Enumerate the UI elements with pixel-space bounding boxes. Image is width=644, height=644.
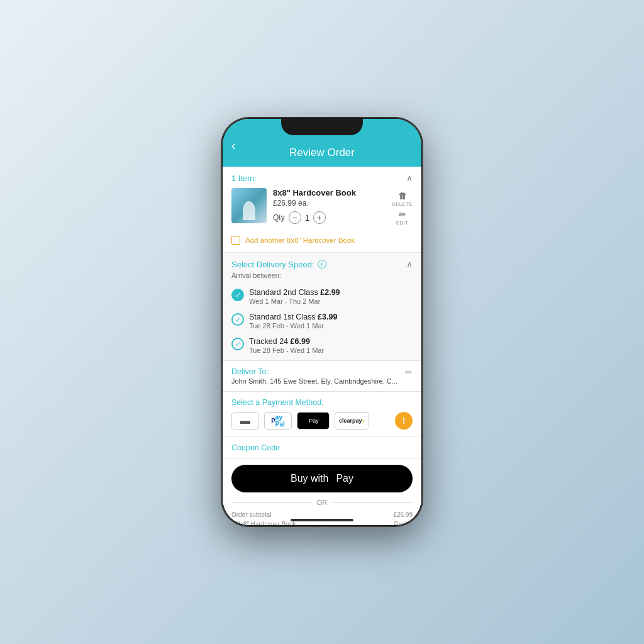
delivery-header: Select Delivery Speed: i ∧: [223, 253, 421, 272]
paypal-logo-2: ayPal: [275, 414, 285, 428]
clearpay-label: clearpay: [339, 418, 362, 424]
delivery-title-row: Select Delivery Speed: i: [231, 260, 326, 269]
info-icon[interactable]: i: [318, 260, 326, 269]
delivery-option-2-name: Standard 1st Class £3.99: [249, 313, 413, 321]
clearpay-arrow-icon: ›: [362, 416, 365, 425]
apple-pay-pay-text: Pay: [336, 473, 353, 484]
radio-check-icon-3: ✓: [235, 340, 241, 348]
order-item: 8x8" Hardcover Book £26.99 ea. Qty − 1 +: [223, 188, 421, 232]
qty-label: Qty: [273, 213, 285, 222]
add-another-checkbox[interactable]: [231, 236, 240, 245]
phone-device: ‹ Review Order 1 Item: ∧: [221, 118, 423, 526]
arrival-text: Arrival between:: [223, 272, 421, 284]
delivery-option-3-date: Tue 28 Feb - Wed 1 Mar: [249, 347, 413, 354]
payment-title: Select a Payment Method:: [231, 398, 413, 407]
item-details: 8x8" Hardcover Book £26.99 ea. Qty − 1 +: [273, 188, 386, 224]
phone-screen: ‹ Review Order 1 Item: ∧: [223, 119, 421, 525]
order-summary-price1: £26.99: [393, 511, 413, 518]
or-line-left: [231, 502, 312, 503]
payment-warning-icon[interactable]: !: [395, 412, 413, 430]
radio-check-icon-2: ✓: [235, 316, 241, 324]
delete-icon: 🗑: [398, 191, 407, 201]
delivery-radio-2[interactable]: ✓: [231, 313, 244, 326]
delivery-option-3-content: Tracked 24 £6.99 Tue 28 Feb - Wed 1 Mar: [249, 337, 413, 354]
delivery-option-3-name: Tracked 24 £6.99: [249, 337, 413, 346]
edit-icon: ✏: [399, 209, 406, 219]
clearpay-payment-option[interactable]: clearpay ›: [335, 412, 369, 430]
delivery-option-2-content: Standard 1st Class £3.99 Tue 28 Feb - We…: [249, 313, 413, 330]
item-name: 8x8" Hardcover Book: [273, 188, 386, 197]
delivery-option-1-content: Standard 2nd Class £2.99 Wed 1 Mar - Thu…: [249, 288, 413, 305]
card-icon: ▬: [240, 415, 250, 426]
delivery-chevron-icon[interactable]: ∧: [406, 259, 413, 269]
deliver-to-section: Deliver To: John Smith, 145 Ewe Street, …: [223, 361, 421, 392]
exclamation-icon: !: [402, 416, 406, 426]
order-chevron-icon[interactable]: ∧: [406, 173, 413, 183]
delivery-option-1-name: Standard 2nd Class £2.99: [249, 288, 413, 297]
order-summary-line1: Order subtotal: [231, 511, 271, 518]
coupon-section: Coupon Code: [223, 436, 421, 458]
delete-label: DELETE: [392, 201, 413, 207]
delivery-option-3[interactable]: ✓ Tracked 24 £6.99 Tue 28 Feb - Wed 1 Ma…: [223, 333, 421, 360]
paypal-payment-option[interactable]: PayPal: [264, 412, 292, 430]
or-divider: OR: [223, 496, 421, 509]
edit-label: EDIT: [396, 220, 408, 226]
order-section-title: 1 Item:: [231, 174, 257, 183]
phone-notch: [281, 118, 363, 135]
deliver-to-title: Deliver To:: [231, 367, 405, 376]
deliver-to-content: Deliver To: John Smith, 145 Ewe Street, …: [231, 367, 405, 385]
paypal-logo: P: [271, 418, 275, 425]
qty-decrease-button[interactable]: −: [289, 211, 301, 224]
item-actions: 🗑 DELETE ✏ EDIT: [392, 188, 413, 226]
or-line-right: [332, 502, 413, 503]
coupon-label: Coupon Code: [231, 443, 280, 452]
delivery-radio-1[interactable]: ✓: [231, 289, 244, 301]
apple-pay-buy-text: Buy with: [291, 473, 328, 484]
delivery-option-2[interactable]: ✓ Standard 1st Class £3.99 Tue 28 Feb - …: [223, 309, 421, 333]
quantity-row: Qty − 1 +: [273, 211, 386, 224]
qty-increase-button[interactable]: +: [313, 211, 326, 224]
delete-button[interactable]: 🗑 DELETE: [392, 191, 413, 207]
delivery-option-1-date: Wed 1 Mar - Thu 2 Mar: [249, 297, 413, 305]
order-summary-row: Order subtotal £26.99: [223, 509, 421, 518]
page-title: Review Order: [233, 142, 411, 159]
order-summary-line2: 1 8x8" Hardcover Book: [231, 521, 296, 525]
item-image-figure: [243, 201, 255, 220]
address-edit-icon[interactable]: ✏: [405, 367, 413, 377]
item-thumbnail: [231, 188, 267, 223]
add-another-label: Add another 8x8" Hardcover Book: [245, 236, 355, 244]
order-section-header: 1 Item: ∧: [223, 167, 421, 188]
or-text: OR: [317, 499, 328, 506]
radio-check-icon: ✓: [235, 291, 241, 299]
payment-section: Select a Payment Method: ▬ PayPal: [223, 392, 421, 436]
delivery-radio-3[interactable]: ✓: [231, 338, 244, 350]
delivery-section: Select Delivery Speed: i ∧ Arrival betwe…: [223, 253, 421, 361]
delivery-option-1[interactable]: ✓ Standard 2nd Class £2.99 Wed 1 Mar - T…: [223, 284, 421, 309]
delivery-section-title: Select Delivery Speed:: [231, 260, 314, 269]
add-another-row[interactable]: Add another 8x8" Hardcover Book: [223, 232, 421, 252]
deliver-to-address: John Smith, 145 Ewe Street, Ely, Cambrid…: [231, 377, 405, 385]
applepay-label: Pay: [309, 418, 319, 424]
scene: ‹ Review Order 1 Item: ∧: [221, 118, 423, 526]
order-summary-price2: Prod...: [394, 521, 413, 525]
qty-value: 1: [305, 213, 309, 223]
home-indicator: [291, 519, 353, 521]
delivery-option-2-date: Tue 28 Feb - Wed 1 Mar: [249, 322, 413, 330]
back-button[interactable]: ‹: [231, 138, 236, 153]
apple-pay-button[interactable]: Buy with Pay: [231, 465, 413, 492]
edit-button[interactable]: ✏ EDIT: [396, 209, 408, 226]
item-price: £26.99 ea.: [273, 199, 386, 208]
payment-methods: ▬ PayPal Pay clearpay: [231, 412, 413, 430]
screen-content[interactable]: 1 Item: ∧ 8x8" Hardcover Book £26.99 ea.…: [223, 167, 421, 525]
order-section: 1 Item: ∧ 8x8" Hardcover Book £26.99 ea.…: [223, 167, 421, 253]
applepay-payment-option[interactable]: Pay: [297, 412, 330, 430]
card-payment-option[interactable]: ▬: [231, 412, 259, 430]
